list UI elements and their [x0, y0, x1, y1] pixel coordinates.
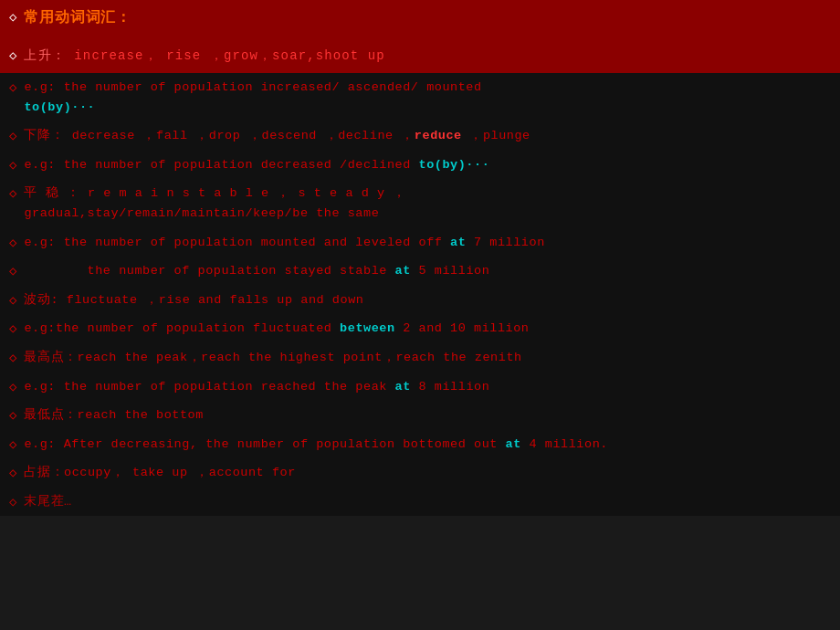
title-diamond: ◇	[9, 9, 16, 25]
item-text: e.g: the number of population mounted an…	[24, 233, 831, 253]
list-item: ◇ 平 稳 ： r e m a i n s t a b l e ， s t e …	[0, 179, 840, 227]
item-text: e.g: the number of population reached th…	[24, 377, 831, 397]
item-text: 占据：occupy， take up ，account for	[24, 463, 831, 483]
list-item: ◇ 最低点：reach the bottom	[0, 401, 840, 430]
item-text: 最低点：reach the bottom	[24, 405, 831, 425]
item-text: 最高点：reach the peak，reach the highest poi…	[24, 348, 831, 368]
highlight-word: to(by)···	[419, 158, 490, 172]
item-text: 末尾茬…	[24, 492, 831, 512]
list-item: ◇ the number of population stayed stable…	[0, 257, 840, 286]
bullet-diamond: ◇	[9, 235, 16, 250]
title-row: ◇ 常用动词词汇：	[0, 0, 840, 38]
item-text: 波动: fluctuate ，rise and falls up and dow…	[24, 290, 831, 310]
list-item: ◇ 最高点：reach the peak，reach the highest p…	[0, 343, 840, 373]
bullet-diamond: ◇	[9, 157, 16, 173]
bullet-diamond: ◇	[9, 79, 16, 95]
subtitle-row: ◇ 上升： increase， rise ，grow，soar,shoot up	[0, 38, 840, 73]
highlight-word: at	[395, 264, 411, 278]
list-item: ◇ 下降： decrease ，fall ，drop ，descend ，dec…	[0, 121, 840, 151]
bullet-diamond: ◇	[9, 350, 16, 365]
list-item: ◇ e.g: the number of population increase…	[0, 73, 840, 121]
bullet-diamond: ◇	[9, 185, 16, 201]
main-container: ◇ 常用动词词汇： ◇ 上升： increase， rise ，grow，soa…	[0, 0, 840, 516]
item-text: e.g:the number of population fluctuated …	[24, 319, 831, 339]
item-text: e.g: the number of population decreased …	[24, 155, 831, 175]
list-item: ◇ 占据：occupy， take up ，account for	[0, 458, 840, 488]
highlight-word: at	[450, 236, 466, 249]
bullet-diamond: ◇	[9, 128, 16, 143]
bullet-diamond: ◇	[9, 465, 16, 480]
title-text: 常用动词词汇：	[24, 7, 831, 31]
item-text: e.g: the number of population increased/…	[24, 78, 831, 117]
subtitle-text: 上升： increase， rise ，grow，soar,shoot up	[24, 46, 831, 66]
bullet-diamond: ◇	[9, 379, 16, 394]
list-item-partial: ◇ 末尾茬…	[0, 488, 840, 517]
list-item: ◇ e.g: the number of population reached …	[0, 373, 840, 402]
highlight-word: at	[395, 380, 411, 394]
highlight-word: to(by)···	[24, 100, 95, 114]
subtitle-content: increase， rise ，grow，soar,shoot up	[74, 48, 385, 63]
item-text: e.g: After decreasing, the number of pop…	[24, 435, 831, 455]
bullet-diamond: ◇	[9, 436, 16, 452]
list-item: ◇ e.g:the number of population fluctuate…	[0, 314, 840, 343]
bullet-diamond: ◇	[9, 292, 16, 308]
bullet-diamond: ◇	[9, 494, 16, 509]
highlight-word: between	[340, 321, 395, 335]
item-text: 下降： decrease ，fall ，drop ，descend ，decli…	[24, 126, 831, 146]
list-item: ◇ e.g: the number of population decrease…	[0, 151, 840, 180]
bullet-diamond: ◇	[9, 320, 16, 336]
bullet-diamond: ◇	[9, 407, 16, 423]
subtitle-diamond: ◇	[9, 47, 16, 63]
item-text: the number of population stayed stable a…	[24, 261, 831, 281]
list-item: ◇ e.g: the number of population mounted …	[0, 228, 840, 257]
bullet-diamond: ◇	[9, 263, 16, 278]
highlight-word: at	[506, 437, 521, 451]
item-text: 平 稳 ： r e m a i n s t a b l e ， s t e a …	[24, 184, 831, 223]
list-item: ◇ e.g: After decreasing, the number of p…	[0, 430, 840, 459]
list-item: ◇ 波动: fluctuate ，rise and falls up and d…	[0, 286, 840, 315]
subtitle-label: 上升：	[24, 48, 65, 63]
